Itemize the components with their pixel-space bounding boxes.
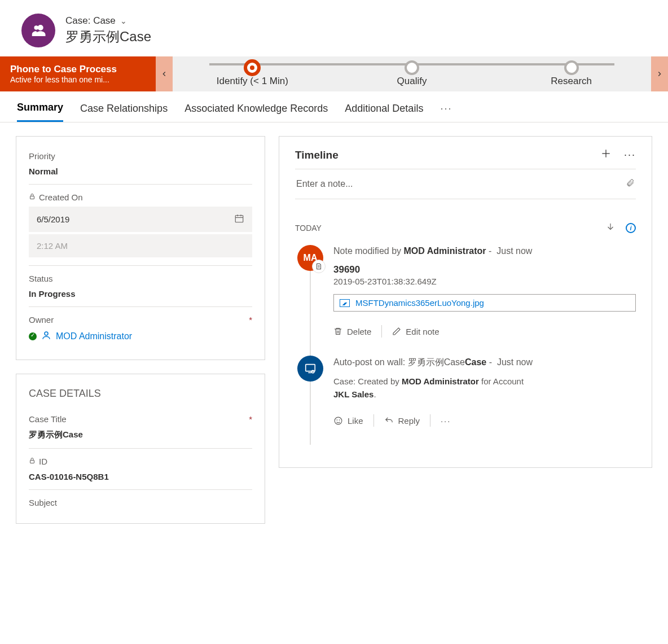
timeline-add-button[interactable] xyxy=(600,148,612,162)
tl-subject: 罗勇示例Case xyxy=(408,357,465,367)
priority-label: Priority xyxy=(29,149,252,162)
svg-point-19 xyxy=(339,419,340,420)
status-label: Status xyxy=(29,271,252,284)
presence-ok-icon xyxy=(29,332,37,340)
delete-label: Delete xyxy=(347,327,371,336)
subject-label: Subject xyxy=(29,496,252,509)
createdon-date-input[interactable]: 6/5/2019 xyxy=(29,207,252,232)
required-indicator: * xyxy=(249,315,252,325)
timeline-item-note[interactable]: MA Note modified by MOD Administrator - … xyxy=(297,245,636,356)
svg-point-18 xyxy=(337,419,337,420)
smile-icon xyxy=(333,416,343,426)
attachment-icon[interactable] xyxy=(626,177,635,191)
note-placeholder: Enter a note... xyxy=(296,179,353,189)
note-title: 39690 xyxy=(333,264,636,275)
timeline-heading: Timeline xyxy=(295,149,339,161)
timeline-more-button[interactable]: ··· xyxy=(624,149,636,161)
owner-value: MOD Administrator xyxy=(56,331,132,341)
info-icon[interactable]: i xyxy=(626,223,636,233)
owner-label: Owner xyxy=(29,315,54,325)
tab-knowledge-records[interactable]: Associated Knowledge Records xyxy=(184,103,328,121)
bpf-prev-button[interactable] xyxy=(156,56,173,91)
bpf-stage-identify[interactable]: Identify (< 1 Min) xyxy=(173,61,332,87)
post-mid: for Account xyxy=(479,376,524,386)
owner-lookup[interactable]: MOD Administrator xyxy=(29,326,252,345)
tl-text: Auto-post on wall: xyxy=(333,357,408,367)
createdon-date-value: 6/5/2019 xyxy=(37,214,69,224)
bpf-stage-indicator xyxy=(564,60,579,75)
bpf-stage-label: Research xyxy=(551,76,592,86)
post-account: JKL Sales xyxy=(333,389,373,399)
id-value: CAS-01016-N5Q8B1 xyxy=(29,467,252,484)
chevron-down-icon: ⌄ xyxy=(120,16,127,25)
bpf-next-button[interactable] xyxy=(651,56,668,91)
timeline-avatar: MA xyxy=(297,245,323,271)
timeline-item-post[interactable]: Auto-post on wall: 罗勇示例CaseCase - Just n… xyxy=(297,356,636,445)
svg-point-15 xyxy=(311,370,314,373)
required-indicator: * xyxy=(249,414,252,424)
bpf-stage-label: Qualify xyxy=(397,76,427,86)
business-process-flow: Phone to Case Process Active for less th… xyxy=(0,56,668,91)
image-icon xyxy=(340,299,350,307)
svg-point-5 xyxy=(45,332,48,335)
case-details-card: CASE DETAILS Case Title * 罗勇示例Case xyxy=(16,374,265,524)
bpf-duration: Active for less than one mi... xyxy=(10,75,146,84)
person-icon xyxy=(41,330,51,343)
general-card: Priority Normal Created On 6/5/2019 xyxy=(16,136,265,360)
tab-additional-details[interactable]: Additional Details xyxy=(345,103,423,121)
note-input[interactable]: Enter a note... xyxy=(295,169,636,199)
createdon-time-value: 2:12 AM xyxy=(37,241,68,251)
delete-button[interactable]: Delete xyxy=(333,327,381,336)
case-title-label: Case Title xyxy=(29,414,67,424)
entity-avatar xyxy=(21,14,55,47)
post-more-button[interactable]: ··· xyxy=(430,416,462,426)
createdon-time-input[interactable]: 2:12 AM xyxy=(29,234,252,257)
timeline-today-label: TODAY xyxy=(295,224,322,233)
calendar-icon xyxy=(234,213,244,225)
status-value[interactable]: In Progress xyxy=(29,284,252,301)
bpf-stage-qualify[interactable]: Qualify xyxy=(332,61,492,87)
reply-button[interactable]: Reply xyxy=(374,416,430,426)
tab-summary[interactable]: Summary xyxy=(17,102,63,122)
post-suffix: . xyxy=(373,389,376,399)
tl-sep: - xyxy=(489,357,497,367)
lock-icon xyxy=(29,457,36,466)
note-icon xyxy=(312,260,326,273)
case-title-value[interactable]: 罗勇示例Case xyxy=(29,425,252,443)
system-post-icon xyxy=(304,362,317,375)
reply-icon xyxy=(384,416,394,426)
timeline-avatar xyxy=(297,356,323,382)
bpf-status[interactable]: Phone to Case Process Active for less th… xyxy=(0,56,156,91)
tab-case-relationships[interactable]: Case Relationships xyxy=(80,103,168,121)
svg-point-17 xyxy=(335,417,342,424)
edit-label: Edit note xyxy=(406,327,439,336)
record-header: Case: Case ⌄ 罗勇示例Case xyxy=(0,0,668,56)
tab-overflow-button[interactable]: ··· xyxy=(440,103,452,121)
like-button[interactable]: Like xyxy=(333,416,373,426)
entity-selector[interactable]: Case: Case ⌄ xyxy=(65,15,151,27)
svg-rect-0 xyxy=(30,196,34,199)
bpf-stage-research[interactable]: Research xyxy=(491,61,651,87)
edit-note-button[interactable]: Edit note xyxy=(382,327,449,336)
bpf-name: Phone to Case Process xyxy=(10,64,146,75)
trash-icon xyxy=(333,327,342,336)
tl-sep: - xyxy=(489,246,496,256)
tl-age: Just now xyxy=(497,357,533,367)
record-title: 罗勇示例Case xyxy=(65,28,151,46)
post-actor: MOD Administrator xyxy=(402,376,479,386)
svg-rect-1 xyxy=(235,216,243,222)
id-label: ID xyxy=(39,457,47,466)
timeline-card: Timeline ··· Enter a note... TODAY xyxy=(279,136,652,468)
lock-icon xyxy=(29,192,36,202)
form-tabs: Summary Case Relationships Associated Kn… xyxy=(0,91,668,122)
priority-value[interactable]: Normal xyxy=(29,162,252,178)
tl-age: Just now xyxy=(496,246,532,256)
like-label: Like xyxy=(348,416,363,426)
attachment-box[interactable]: MSFTDynamics365erLuoYong.jpg xyxy=(333,294,636,312)
svg-rect-6 xyxy=(30,461,34,463)
sort-icon[interactable] xyxy=(605,222,616,234)
tl-text: Note modified by xyxy=(333,246,404,256)
attachment-link[interactable]: MSFTDynamics365erLuoYong.jpg xyxy=(355,298,484,308)
post-body: Case: Created by MOD Administrator for A… xyxy=(333,375,636,401)
pencil-icon xyxy=(392,327,401,336)
